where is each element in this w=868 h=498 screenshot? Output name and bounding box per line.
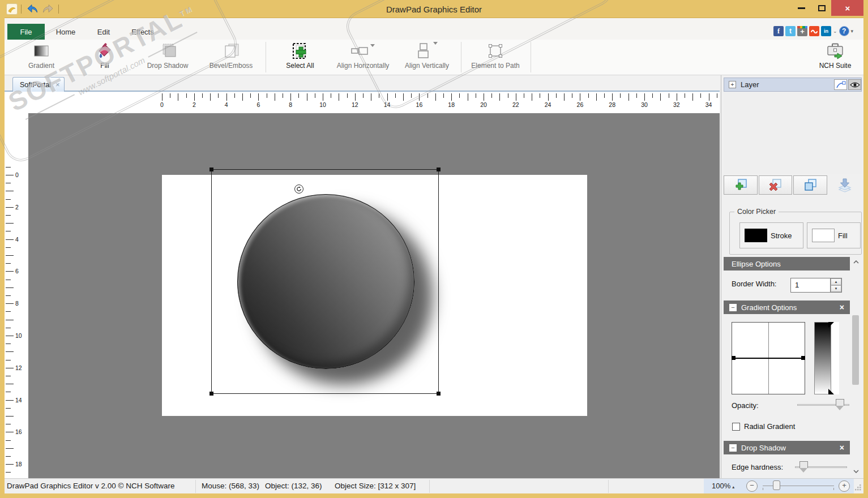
duplicate-layer-button[interactable] [793,175,827,195]
ruler-tick [524,93,524,98]
ruler-tick [6,448,14,449]
fill-color-button[interactable]: Fill [807,222,861,248]
gradient-options-header[interactable]: − Gradient Options × [724,300,850,314]
gradient-preview-bar[interactable] [814,322,831,394]
layer-panel-header: + Layer [724,78,862,92]
ruler-label: 8 [15,300,19,307]
close-button[interactable]: × [831,0,864,16]
tab-edit[interactable]: Edit [87,24,120,40]
gradient-collapse-icon[interactable]: − [729,304,737,311]
align-horizontally-button[interactable]: Align Horizontally [331,41,395,74]
flatten-layers-button[interactable] [828,175,862,195]
border-width-input[interactable]: 1 [790,278,831,293]
ruler-tick [6,207,14,208]
gradient-stop-top[interactable] [828,322,834,328]
maximize-icon [818,5,826,11]
add-layer-button[interactable] [724,175,758,195]
minimize-button[interactable] [792,0,811,16]
scrollbar-thumb[interactable] [852,315,859,385]
twitter-icon[interactable]: t [785,26,796,36]
stroke-label: Stroke [771,231,792,240]
ruler-tick [6,311,11,312]
document-tab-close-icon[interactable]: × [55,80,60,89]
layer-list[interactable] [724,92,862,174]
element-to-path-button[interactable]: Element to Path [467,41,524,74]
opacity-slider[interactable] [797,399,849,410]
delete-layer-button[interactable] [759,175,793,195]
ruler-tick [692,93,693,101]
maximize-button[interactable] [812,0,831,16]
spin-up-icon[interactable]: ▲ [831,278,841,285]
select-all-button[interactable]: Select All [279,41,322,74]
layer-visibility-button[interactable] [848,79,861,90]
edge-hardness-slider-thumb[interactable] [799,461,808,468]
ruler-tick [700,93,701,98]
opacity-slider-thumb[interactable] [836,399,844,406]
selection-handle-bottom-left[interactable] [209,392,213,396]
resize-grip[interactable] [854,483,862,493]
zoom-level-dropdown[interactable]: 100%▴ [712,482,734,490]
drop-shadow-collapse-icon[interactable]: − [729,444,737,452]
align-vertically-button[interactable]: Align Vertically [399,41,455,74]
linkedin-icon[interactable]: in [821,26,831,36]
bevel-emboss-tool-button[interactable]: Bevel/Emboss [204,41,258,74]
facebook-icon[interactable]: f [773,26,784,36]
ruler-label: 8 [289,101,292,108]
ruler-label: 16 [416,101,423,108]
googleplus-icon[interactable]: + [797,26,807,36]
gradient-stop-bottom[interactable] [828,389,834,394]
ruler-label: 6 [256,101,260,108]
social-more-chevron-icon[interactable]: ⌄ [833,28,837,34]
tab-home[interactable]: Home [49,24,83,40]
vertical-ruler: 024681012141618 [5,113,28,478]
align-vertically-dropdown-icon[interactable] [433,42,438,45]
drop-shadow-close-icon[interactable]: × [840,443,844,452]
ruler-tick [298,93,299,98]
ruler-tick [6,360,11,360]
drop-shadow-header[interactable]: − Drop Shadow × [724,441,850,454]
layer-expand-icon[interactable]: + [729,81,736,88]
selection-handle-bottom-right[interactable] [437,392,441,396]
selection-handle-top-right[interactable] [437,168,441,171]
ruler-tick [307,93,307,101]
tab-file[interactable]: File [7,24,45,40]
redo-button[interactable] [41,2,55,16]
selection-bounds[interactable] [211,169,439,394]
zoom-in-button[interactable]: + [839,480,850,492]
gradient-tool-button[interactable]: Gradient [22,41,61,74]
edge-hardness-slider[interactable] [795,461,847,473]
tab-effects[interactable]: Effects [124,24,161,40]
rotate-handle[interactable] [294,184,303,194]
zoom-out-button[interactable]: − [746,480,758,492]
fill-tool-button[interactable]: Fill [86,41,123,74]
ruler-tick [258,93,259,101]
undo-button[interactable] [25,2,40,16]
ellipse-options-header[interactable]: Ellipse Options [724,257,850,271]
gradient-end-handle[interactable] [801,356,805,360]
gradient-close-icon[interactable]: × [840,303,844,312]
scroll-up-icon[interactable] [851,257,861,267]
nch-suite-button[interactable]: NCH Suite [813,41,857,74]
stroke-color-button[interactable]: Stroke [739,222,803,248]
ruler-tick [355,93,356,101]
stumbleupon-icon[interactable] [809,26,819,36]
gradient-start-handle[interactable] [732,356,736,360]
canvas-area[interactable] [28,113,720,478]
layer-path-tool-button[interactable] [834,79,847,90]
drop-shadow-tool-button[interactable]: Drop Shadow [142,41,194,74]
spin-down-icon[interactable]: ▼ [831,285,841,292]
help-dropdown-icon[interactable]: ▾ [851,28,854,34]
drop-shadow-icon [159,41,177,61]
ruler-tick [628,93,629,101]
zoom-slider-thumb[interactable] [773,480,780,490]
document-tab-softportal[interactable]: SoftPortal × [12,77,65,92]
help-icon[interactable]: ? [839,26,849,36]
ruler-tick [588,93,589,98]
gradient-direction-editor[interactable] [732,322,805,394]
align-vertically-icon [416,41,438,61]
radial-gradient-checkbox[interactable] [732,423,740,431]
selection-handle-top-left[interactable] [209,168,213,171]
scroll-down-icon[interactable] [851,467,861,476]
align-horizontally-dropdown-icon[interactable] [370,44,375,47]
undo-icon [26,4,39,14]
